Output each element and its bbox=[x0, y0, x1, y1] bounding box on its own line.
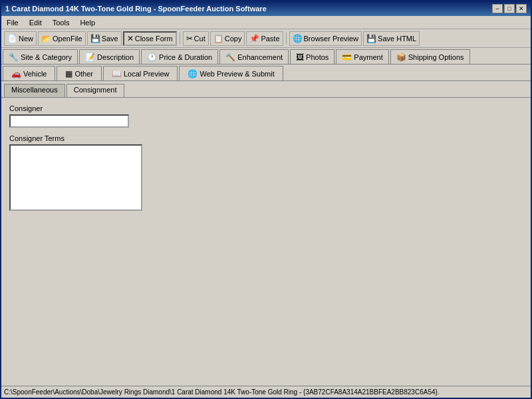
status-bar: C:\SpoonFeeder\Auctions\Doba\Jewelry Rin… bbox=[1, 386, 531, 398]
payment-icon: 💳 bbox=[342, 53, 352, 62]
shipping-icon: 📦 bbox=[396, 53, 406, 62]
content-area: Miscellaneous Consignment Consigner Cons… bbox=[1, 81, 531, 398]
tab-vehicle[interactable]: 🚗 Vehicle bbox=[3, 66, 55, 80]
consigner-terms-label: Consigner Terms bbox=[9, 134, 523, 142]
tab-shipping[interactable]: 📦 Shipping Options bbox=[390, 49, 470, 64]
tab-local-preview[interactable]: 📖 Local Preview bbox=[103, 66, 178, 80]
tab-price-duration-label: Price & Duration bbox=[159, 53, 212, 61]
paste-label: Paste bbox=[261, 35, 279, 43]
tab-photos-label: Photos bbox=[306, 53, 329, 61]
close-form-label: Close Form bbox=[135, 35, 173, 43]
new-button[interactable]: 📄 New bbox=[4, 31, 37, 46]
photos-icon: 🖼 bbox=[296, 53, 304, 62]
browser-preview-label: Browser Preview bbox=[304, 35, 359, 43]
save-label: Save bbox=[102, 35, 118, 43]
paste-button[interactable]: 📌 Paste bbox=[246, 31, 283, 46]
window-controls: – □ ✕ bbox=[492, 4, 527, 13]
tab-photos[interactable]: 🖼 Photos bbox=[290, 49, 334, 64]
tab-payment[interactable]: 💳 Payment bbox=[336, 49, 388, 64]
menu-bar: File Edit Tools Help bbox=[1, 16, 531, 29]
sub-tab-miscellaneous-label: Miscellaneous bbox=[11, 86, 58, 94]
form-content: Consigner Consigner Terms bbox=[1, 98, 531, 217]
tab-enhancement[interactable]: 🔨 Enhancement bbox=[219, 49, 289, 64]
description-icon: 📝 bbox=[85, 53, 95, 62]
consigner-label: Consigner bbox=[9, 104, 523, 112]
tab-description[interactable]: 📝 Description bbox=[79, 49, 140, 64]
tab-other-label: Other bbox=[74, 70, 93, 78]
toolbar: 📄 New 📂 OpenFile 💾 Save ✕ Close Form ✂ C… bbox=[1, 29, 531, 48]
close-window-button[interactable]: ✕ bbox=[516, 4, 527, 13]
title-bar: 1 Carat Diamond 14K Two-Tone Gold Ring -… bbox=[1, 1, 531, 16]
menu-edit[interactable]: Edit bbox=[27, 18, 45, 27]
consigner-terms-textarea[interactable] bbox=[9, 144, 142, 211]
tab-site-category-label: Site & Category bbox=[21, 53, 72, 61]
minimize-button[interactable]: – bbox=[492, 4, 503, 13]
close-form-icon: ✕ bbox=[127, 34, 134, 43]
paste-icon: 📌 bbox=[249, 34, 259, 43]
sub-tab-consignment-label: Consignment bbox=[74, 86, 117, 94]
price-duration-icon: 🕐 bbox=[147, 53, 157, 62]
maximize-button[interactable]: □ bbox=[504, 4, 515, 13]
enhancement-icon: 🔨 bbox=[225, 53, 235, 62]
save-html-button[interactable]: 💾 Save HTML bbox=[363, 31, 420, 46]
consigner-input[interactable] bbox=[9, 114, 129, 128]
browser-preview-icon: 🌐 bbox=[293, 34, 303, 43]
menu-file[interactable]: File bbox=[4, 18, 21, 27]
save-button[interactable]: 💾 Save bbox=[87, 31, 122, 46]
bottom-tab-bar: 🚗 Vehicle ▦ Other 📖 Local Preview 🌐 Web … bbox=[1, 65, 531, 81]
sub-tab-miscellaneous[interactable]: Miscellaneous bbox=[4, 84, 65, 97]
open-label: OpenFile bbox=[53, 35, 82, 43]
toolbar-separator-1 bbox=[180, 33, 180, 45]
open-icon: 📂 bbox=[41, 34, 51, 43]
web-preview-icon: 🌐 bbox=[188, 69, 198, 78]
tab-web-preview-label: Web Preview & Submit bbox=[200, 70, 274, 78]
copy-label: Copy bbox=[225, 35, 242, 43]
tab-payment-label: Payment bbox=[354, 53, 382, 61]
sub-tab-bar: Miscellaneous Consignment bbox=[1, 81, 531, 98]
tab-vehicle-label: Vehicle bbox=[23, 70, 47, 78]
status-text: C:\SpoonFeeder\Auctions\Doba\Jewelry Rin… bbox=[4, 388, 440, 396]
open-button[interactable]: 📂 OpenFile bbox=[38, 31, 86, 46]
tab-web-preview[interactable]: 🌐 Web Preview & Submit bbox=[179, 66, 283, 80]
top-tab-bar: 🔧 Site & Category 📝 Description 🕐 Price … bbox=[1, 48, 531, 65]
save-html-icon: 💾 bbox=[366, 34, 376, 43]
tab-shipping-label: Shipping Options bbox=[408, 53, 464, 61]
tab-enhancement-label: Enhancement bbox=[237, 53, 283, 61]
tab-price-duration[interactable]: 🕐 Price & Duration bbox=[141, 49, 218, 64]
cut-label: Cut bbox=[194, 35, 205, 43]
main-window: 1 Carat Diamond 14K Two-Tone Gold Ring -… bbox=[0, 0, 532, 399]
new-icon: 📄 bbox=[7, 34, 17, 43]
tab-other[interactable]: ▦ Other bbox=[57, 66, 102, 80]
save-icon: 💾 bbox=[90, 34, 100, 43]
site-category-icon: 🔧 bbox=[9, 53, 19, 62]
copy-icon: 📋 bbox=[213, 34, 223, 43]
cut-icon: ✂ bbox=[186, 34, 193, 43]
toolbar-separator-2 bbox=[286, 33, 287, 45]
window-title: 1 Carat Diamond 14K Two-Tone Gold Ring -… bbox=[5, 5, 267, 13]
other-icon: ▦ bbox=[65, 69, 72, 78]
save-html-label: Save HTML bbox=[378, 35, 416, 43]
tab-local-preview-label: Local Preview bbox=[124, 70, 169, 78]
menu-help[interactable]: Help bbox=[77, 18, 98, 27]
cut-button[interactable]: ✂ Cut bbox=[183, 31, 209, 46]
tab-description-label: Description bbox=[97, 53, 134, 61]
menu-tools[interactable]: Tools bbox=[50, 18, 72, 27]
copy-button[interactable]: 📋 Copy bbox=[210, 31, 245, 46]
sub-tab-consignment[interactable]: Consignment bbox=[66, 84, 124, 97]
local-preview-icon: 📖 bbox=[112, 69, 122, 78]
browser-preview-button[interactable]: 🌐 Browser Preview bbox=[289, 31, 362, 46]
vehicle-icon: 🚗 bbox=[11, 69, 21, 78]
tab-site-category[interactable]: 🔧 Site & Category bbox=[3, 49, 78, 64]
close-form-button[interactable]: ✕ Close Form bbox=[123, 31, 177, 46]
new-label: New bbox=[19, 35, 33, 43]
